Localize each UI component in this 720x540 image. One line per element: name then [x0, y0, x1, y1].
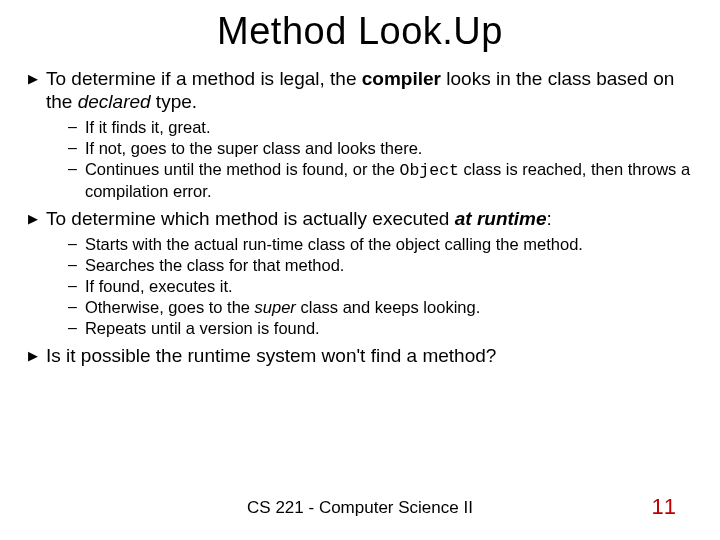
dash-icon: – [68, 159, 77, 179]
sub-text: Continues until the method is found, or … [85, 159, 692, 201]
sub-text: If it finds it, great. [85, 117, 211, 137]
dash-icon: – [68, 117, 77, 137]
bullet-text: To determine if a method is legal, the c… [46, 67, 692, 113]
dash-icon: – [68, 255, 77, 275]
bullet-runtime: ▶ To determine which method is actually … [28, 207, 692, 230]
slide: Method Look.Up ▶ To determine if a metho… [0, 0, 720, 540]
arrow-icon: ▶ [28, 345, 38, 367]
bullet-question: ▶ Is it possible the runtime system won'… [28, 344, 692, 367]
sub-text: If not, goes to the super class and look… [85, 138, 423, 158]
bullet-text: Is it possible the runtime system won't … [46, 344, 496, 367]
arrow-icon: ▶ [28, 68, 38, 90]
emphasis-declared: declared [78, 91, 151, 112]
list-item: – If it finds it, great. [68, 117, 692, 137]
list-item: – Searches the class for that method. [68, 255, 692, 275]
list-item: – Continues until the method is found, o… [68, 159, 692, 201]
sub-text: Otherwise, goes to the super class and k… [85, 297, 480, 317]
list-item: – Starts with the actual run-time class … [68, 234, 692, 254]
list-item: – Otherwise, goes to the super class and… [68, 297, 692, 317]
text-fragment: To determine which method is actually ex… [46, 208, 455, 229]
emphasis-compiler: compiler [362, 68, 441, 89]
arrow-icon: ▶ [28, 208, 38, 230]
page-number: 11 [652, 494, 676, 520]
text-fragment: Otherwise, goes to the [85, 298, 255, 316]
dash-icon: – [68, 234, 77, 254]
sublist-runtime: – Starts with the actual run-time class … [68, 234, 692, 338]
dash-icon: – [68, 297, 77, 317]
list-item: – If not, goes to the super class and lo… [68, 138, 692, 158]
text-fragment: class and keeps looking. [296, 298, 480, 316]
bullet-compiler: ▶ To determine if a method is legal, the… [28, 67, 692, 113]
list-item: – If found, executes it. [68, 276, 692, 296]
page-title: Method Look.Up [28, 10, 692, 53]
dash-icon: – [68, 138, 77, 158]
text-fragment: type. [151, 91, 197, 112]
sublist-compiler: – If it finds it, great. – If not, goes … [68, 117, 692, 201]
dash-icon: – [68, 318, 77, 338]
text-fragment: Continues until the method is found, or … [85, 160, 400, 178]
dash-icon: – [68, 276, 77, 296]
sub-text: Starts with the actual run-time class of… [85, 234, 583, 254]
emphasis-runtime: at runtime [455, 208, 547, 229]
bullet-text: To determine which method is actually ex… [46, 207, 552, 230]
text-fragment: : [547, 208, 552, 229]
list-item: – Repeats until a version is found. [68, 318, 692, 338]
text-fragment: To determine if a method is legal, the [46, 68, 362, 89]
sub-text: Repeats until a version is found. [85, 318, 320, 338]
sub-text: If found, executes it. [85, 276, 233, 296]
sub-text: Searches the class for that method. [85, 255, 345, 275]
code-object: Object [400, 161, 459, 180]
footer-text: CS 221 - Computer Science II [0, 498, 720, 518]
emphasis-super: super [255, 298, 296, 316]
